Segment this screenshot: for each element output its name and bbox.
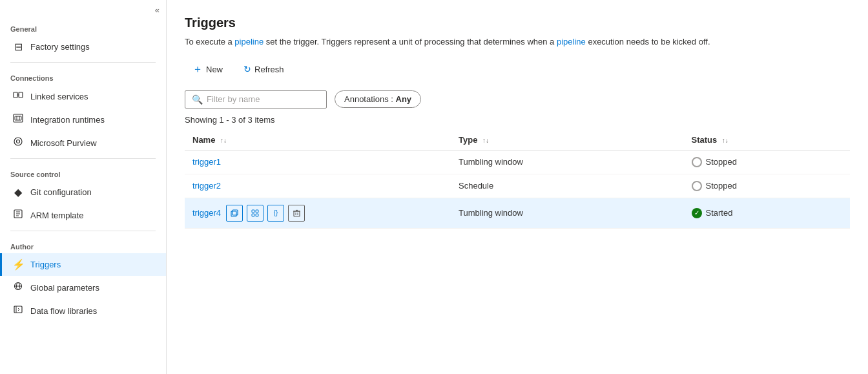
linked-services-icon [12, 90, 24, 103]
annotations-button[interactable]: Annotations : Any [335, 90, 421, 108]
pipeline-link-2[interactable]: pipeline [557, 37, 586, 47]
search-icon: 🔍 [192, 94, 203, 105]
table-row[interactable]: trigger1Tumbling windowStopped [185, 150, 850, 174]
page-description: To execute a pipeline set the trigger. T… [185, 36, 831, 48]
col-name[interactable]: Name ↑↓ [185, 130, 451, 151]
svg-rect-24 [294, 211, 300, 216]
collapse-button[interactable]: « [0, 0, 166, 17]
annotations-value: Any [396, 94, 412, 104]
delete-icon[interactable] [288, 205, 305, 222]
section-connections: Connections [0, 67, 166, 85]
section-source-control: Source control [0, 163, 166, 181]
arm-template-icon [12, 209, 24, 222]
cell-name: trigger2 [185, 174, 451, 198]
annotations-label: Annotations [344, 94, 389, 104]
trigger-link[interactable]: trigger1 [192, 157, 221, 167]
status-dot [692, 157, 702, 167]
divider-connections [10, 62, 156, 63]
svg-rect-1 [19, 92, 23, 98]
section-author: Author [0, 235, 166, 253]
annotations-colon: : [391, 94, 395, 104]
cell-status: Stopped [684, 174, 851, 198]
sidebar-item-data-flow-libraries[interactable]: Data flow libraries [0, 299, 166, 322]
sidebar-item-label: Linked services [30, 92, 88, 101]
section-general: General [0, 17, 166, 36]
triggers-icon: ⚡ [12, 258, 24, 271]
cell-type: Schedule [451, 174, 684, 198]
svg-rect-22 [252, 214, 254, 216]
status-sort-icon[interactable]: ↑↓ [722, 137, 728, 144]
status-badge: Stopped [692, 181, 843, 191]
global-params-icon [12, 281, 24, 294]
status-badge: ✓Started [692, 208, 843, 218]
status-text: Stopped [706, 157, 737, 167]
sidebar-item-triggers[interactable]: ⚡ Triggers [0, 253, 166, 276]
col-type[interactable]: Type ↑↓ [451, 130, 684, 151]
col-status[interactable]: Status ↑↓ [684, 130, 851, 151]
sidebar-item-factory-settings[interactable]: ⊟ Factory settings [0, 36, 166, 58]
sidebar-item-label: Git configuration [30, 187, 92, 197]
toolbar: ＋ New ↻ Refresh [185, 59, 850, 80]
trigger-link[interactable]: trigger4 [192, 208, 221, 218]
code-icon[interactable]: {} [267, 205, 284, 222]
page-title: Triggers [185, 16, 850, 30]
cell-type: Tumbling window [451, 198, 684, 228]
sidebar-item-label: Factory settings [30, 42, 90, 52]
refresh-label: Refresh [254, 65, 284, 74]
sidebar-item-linked-services[interactable]: Linked services [0, 85, 166, 108]
cell-name: trigger1 [185, 150, 451, 174]
table-row[interactable]: trigger4{}Tumbling window✓Started [185, 198, 850, 228]
svg-rect-4 [15, 116, 21, 120]
sidebar-item-label: Data flow libraries [30, 306, 97, 316]
sidebar-item-label: Global parameters [30, 283, 99, 293]
sidebar-item-label: ARM template [30, 211, 83, 220]
filter-input[interactable] [207, 94, 320, 104]
sidebar-item-label: Integration runtimes [30, 115, 105, 125]
factory-settings-icon: ⊟ [12, 41, 24, 53]
integration-runtimes-icon [12, 113, 24, 126]
sidebar-item-arm-template[interactable]: ARM template [0, 203, 166, 227]
sidebar-item-microsoft-purview[interactable]: Microsoft Purview [0, 131, 166, 154]
svg-rect-16 [14, 306, 22, 313]
status-text: Started [706, 208, 733, 218]
trigger-link[interactable]: trigger2 [192, 181, 221, 191]
row-actions: {} [226, 205, 305, 222]
svg-point-7 [14, 138, 22, 145]
svg-rect-21 [256, 210, 258, 213]
sidebar-item-git-configuration[interactable]: ◆ Git configuration [0, 181, 166, 203]
type-sort-icon[interactable]: ↑↓ [482, 137, 489, 144]
table-row[interactable]: trigger2ScheduleStopped [185, 174, 850, 198]
cell-name: trigger4{} [185, 198, 451, 228]
divider-author [10, 231, 156, 231]
svg-point-8 [17, 140, 20, 143]
divider-source-control [10, 158, 156, 159]
svg-rect-0 [14, 92, 17, 98]
cell-status: ✓Started [684, 198, 851, 228]
table-header-row: Name ↑↓ Type ↑↓ Status ↑↓ [185, 130, 850, 151]
svg-rect-19 [232, 210, 238, 215]
status-dot: ✓ [692, 208, 702, 218]
name-sort-icon[interactable]: ↑↓ [220, 137, 227, 144]
svg-rect-23 [256, 214, 258, 216]
sidebar-item-label: Microsoft Purview [30, 138, 97, 148]
copy-icon[interactable] [226, 205, 243, 222]
sidebar-item-global-parameters[interactable]: Global parameters [0, 276, 166, 299]
runs-icon[interactable] [247, 205, 264, 222]
new-label: New [206, 65, 223, 74]
sidebar-item-integration-runtimes[interactable]: Integration runtimes [0, 108, 166, 131]
purview-icon [12, 136, 24, 149]
svg-rect-20 [252, 210, 254, 213]
svg-rect-18 [231, 211, 236, 216]
sidebar: « General ⊟ Factory settings Connections… [0, 0, 167, 374]
new-button[interactable]: ＋ New [185, 59, 231, 80]
refresh-button[interactable]: ↻ Refresh [236, 60, 292, 78]
filter-input-wrap[interactable]: 🔍 [185, 90, 327, 109]
status-dot [692, 181, 702, 191]
filter-row: 🔍 Annotations : Any [185, 90, 850, 109]
cell-type: Tumbling window [451, 150, 684, 174]
status-text: Stopped [706, 181, 737, 191]
cell-status: Stopped [684, 150, 851, 174]
refresh-icon: ↻ [243, 64, 251, 74]
pipeline-link[interactable]: pipeline [234, 37, 264, 47]
count-label: Showing 1 - 3 of 3 items [185, 115, 850, 125]
